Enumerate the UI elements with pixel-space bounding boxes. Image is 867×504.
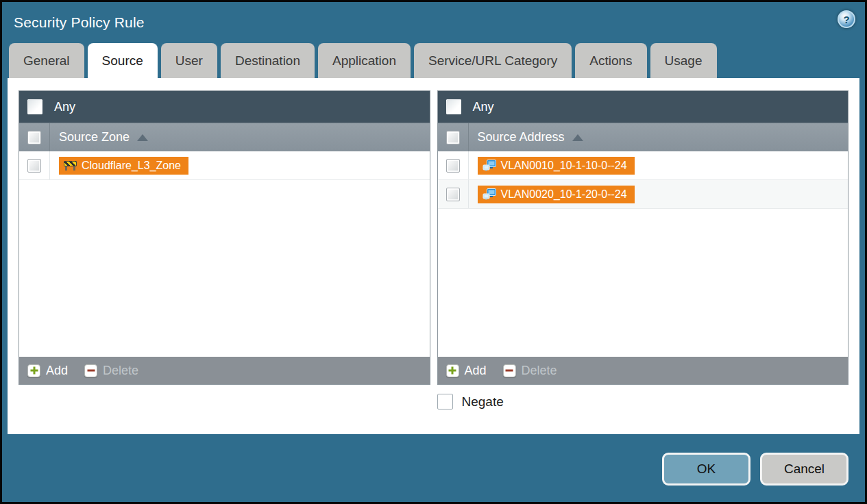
sort-asc-icon [137, 134, 148, 141]
address-icon [483, 160, 496, 171]
minus-icon [84, 364, 97, 377]
titlebar: Security Policy Rule ? [2, 2, 865, 43]
table-row[interactable]: VLAN0010_10-1-10-0--24 [438, 151, 848, 180]
source-address-panel: Any Source Address [437, 90, 849, 385]
tab-application[interactable]: Application [318, 43, 411, 78]
panels-container: Any Source Zone [8, 78, 859, 385]
source-address-select-all-checkbox[interactable] [446, 131, 460, 144]
negate-control: Negate [437, 394, 849, 410]
delete-button[interactable]: Delete [84, 364, 138, 378]
address-icon [483, 188, 496, 200]
source-zone-any-label: Any [54, 100, 75, 114]
address-tag: VLAN0010_10-1-10-0--24 [478, 157, 635, 175]
source-address-column-label: Source Address [478, 130, 565, 144]
source-zone-any-checkbox[interactable] [27, 99, 42, 114]
plus-icon [27, 364, 40, 377]
zone-tag: Cloudflare_L3_Zone [59, 157, 188, 175]
tab-service-url-category[interactable]: Service/URL Category [414, 43, 572, 78]
source-tab-content: Any Source Zone [8, 78, 859, 434]
plus-icon [446, 364, 459, 377]
sort-asc-icon [572, 134, 583, 141]
add-label: Add [46, 364, 68, 378]
page-title: Security Policy Rule [14, 14, 145, 31]
minus-icon [503, 364, 516, 377]
source-address-rows: VLAN0010_10-1-10-0--24 [438, 151, 848, 357]
tab-actions[interactable]: Actions [575, 43, 646, 78]
address-label: VLAN0020_10-1-20-0--24 [501, 188, 627, 201]
ok-button[interactable]: OK [662, 453, 750, 486]
delete-label: Delete [103, 364, 138, 378]
row-checkbox-cell [438, 180, 469, 208]
source-zone-column-label: Source Zone [59, 130, 130, 144]
tab-destination[interactable]: Destination [221, 43, 315, 78]
tab-general[interactable]: General [9, 43, 84, 78]
negate-row: Negate [8, 385, 859, 410]
cancel-button[interactable]: Cancel [760, 453, 848, 486]
address-tag: VLAN0020_10-1-20-0--24 [478, 186, 635, 203]
table-row[interactable]: Cloudflare_L3_Zone [19, 151, 430, 180]
table-row[interactable]: VLAN0020_10-1-20-0--24 [438, 180, 848, 209]
add-label: Add [465, 364, 487, 378]
add-button[interactable]: Add [27, 364, 68, 378]
zone-label: Cloudflare_L3_Zone [82, 159, 181, 172]
security-policy-rule-dialog: Security Policy Rule ? General Source Us… [0, 0, 867, 504]
source-zone-panel: Any Source Zone [19, 90, 430, 385]
row-checkbox[interactable] [446, 188, 460, 201]
select-all-cell [438, 123, 469, 151]
tab-bar: General Source User Destination Applicat… [2, 43, 865, 78]
delete-label: Delete [522, 364, 557, 378]
tab-user[interactable]: User [161, 43, 217, 78]
source-zone-column-header[interactable]: Source Zone [19, 123, 430, 151]
help-glyph: ? [843, 14, 849, 25]
dialog-footer: OK Cancel [2, 434, 865, 486]
help-icon[interactable]: ? [838, 10, 855, 28]
source-address-column-header[interactable]: Source Address [438, 123, 848, 151]
tab-usage[interactable]: Usage [650, 43, 717, 78]
source-address-any-label: Any [473, 100, 494, 114]
source-zone-rows: Cloudflare_L3_Zone [19, 151, 430, 357]
negate-checkbox[interactable] [437, 394, 453, 410]
source-zone-select-all-checkbox[interactable] [27, 131, 41, 144]
source-address-any-header: Any [438, 91, 848, 123]
zone-icon [64, 160, 77, 171]
source-address-any-checkbox[interactable] [446, 99, 461, 114]
delete-button[interactable]: Delete [503, 364, 557, 378]
source-address-panel-footer: Add Delete [438, 357, 848, 384]
row-checkbox-cell [438, 151, 469, 179]
source-zone-panel-footer: Add Delete [19, 357, 430, 384]
source-zone-any-header: Any [19, 91, 430, 123]
tab-source[interactable]: Source [88, 43, 158, 78]
row-checkbox[interactable] [446, 159, 460, 173]
negate-label: Negate [462, 394, 504, 410]
add-button[interactable]: Add [446, 364, 487, 378]
select-all-cell [19, 123, 50, 151]
row-checkbox-cell [19, 151, 50, 179]
address-label: VLAN0010_10-1-10-0--24 [501, 159, 627, 172]
row-checkbox[interactable] [27, 159, 41, 173]
